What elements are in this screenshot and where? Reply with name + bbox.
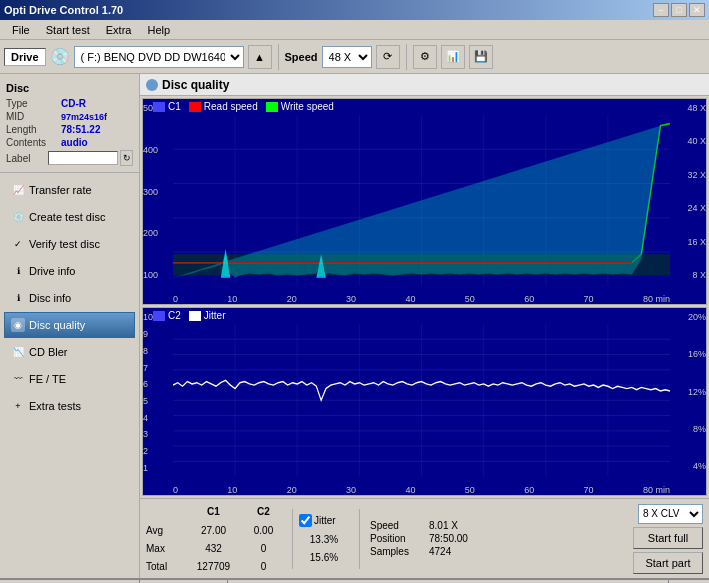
sidebar-item-disc-quality[interactable]: ◉ Disc quality [4,312,135,338]
close-button[interactable]: ✕ [689,3,705,17]
y-right-8x: 8 X [670,270,706,280]
menubar: File Start test Extra Help [0,20,709,40]
start-part-button[interactable]: Start part [633,552,703,574]
drive-label: Drive [4,48,46,66]
stats-max-row: Max 432 0 [146,540,286,557]
chart2-x-axis: 0 10 20 30 40 50 60 70 80 min [173,477,670,495]
menu-start-test[interactable]: Start test [38,22,98,38]
disc-label-refresh-button[interactable]: ↻ [120,150,133,166]
legend-write-speed-label: Write speed [281,101,334,112]
titlebar-controls: − □ ✕ [653,3,705,17]
sidebar-item-fe-te[interactable]: 〰 FE / TE [4,366,135,392]
sidebar-item-cd-bler[interactable]: 📉 CD Bler [4,339,135,365]
drive-icon: 💿 [50,47,70,66]
drive-select[interactable]: ( F:) BENQ DVD DD DW1640 BSRB [74,46,244,68]
toolbar: Drive 💿 ( F:) BENQ DVD DD DW1640 BSRB ▲ … [0,40,709,74]
content-title: Disc quality [162,78,229,92]
jitter-checkbox[interactable] [299,514,312,527]
legend-c1-label: C1 [168,101,181,112]
menu-extra[interactable]: Extra [98,22,140,38]
toolbar-save-button[interactable]: 💾 [469,45,493,69]
maximize-button[interactable]: □ [671,3,687,17]
sidebar-item-verify-test-disc-label: Verify test disc [29,238,100,250]
legend-c2: C2 [153,310,181,321]
sidebar-item-drive-info[interactable]: ℹ Drive info [4,258,135,284]
sidebar-item-disc-info[interactable]: ℹ Disc info [4,285,135,311]
sidebar-item-transfer-rate-label: Transfer rate [29,184,92,196]
total-label: Total [146,561,186,572]
jitter-avg-row: 13.3% [299,531,349,548]
right-controls: 8 X CLV 16 X CLV 48 X Start full Start p… [633,504,703,574]
legend-jitter: Jitter [189,310,226,321]
legend-jitter-label: Jitter [204,310,226,321]
create-test-disc-icon: 💿 [11,210,25,224]
jitter-header-row: Jitter [299,512,349,530]
stats-divider1 [292,509,293,569]
drive-info-icon: ℹ [11,264,25,278]
position-value: 78:50.00 [429,533,468,544]
speed-value: 8.01 X [429,520,458,531]
chart1-x-axis: 0 10 20 30 40 50 60 70 80 min [173,286,670,304]
transfer-rate-icon: 📈 [11,183,25,197]
stats-avg-row: Avg 27.00 0.00 [146,522,286,539]
speed-pos-samples: Speed 8.01 X Position 78:50.00 Samples 4… [370,520,468,557]
y-label-300: 300 [143,187,173,197]
disc-length-value: 78:51.22 [61,124,100,135]
window-title: Opti Drive Control 1.70 [4,4,123,16]
jitter-label: Jitter [314,515,336,526]
disc-contents-row: Contents audio [6,137,133,148]
sidebar-item-transfer-rate[interactable]: 📈 Transfer rate [4,177,135,203]
sidebar-item-extra-tests-label: Extra tests [29,400,81,412]
chart2-svg [173,324,670,477]
max-c1-value: 432 [186,543,241,554]
disc-info-icon: ℹ [11,291,25,305]
speed-clv-select[interactable]: 8 X CLV 16 X CLV 48 X [638,504,703,524]
position-row: Position 78:50.00 [370,533,468,544]
fe-te-icon: 〰 [11,372,25,386]
minimize-button[interactable]: − [653,3,669,17]
legend-read-speed: Read speed [189,101,258,112]
disc-panel: Disc Type CD-R MID 97m24s16f Length 78:5… [0,78,139,173]
extra-tests-icon: + [11,399,25,413]
disc-type-value: CD-R [61,98,86,109]
samples-row: Samples 4724 [370,546,468,557]
sidebar-item-verify-test-disc[interactable]: ✓ Verify test disc [4,231,135,257]
charts-wrapper: C1 Read speed Write speed 500 400 300 [140,96,709,498]
sidebar-item-drive-info-label: Drive info [29,265,75,277]
sidebar-item-create-test-disc[interactable]: 💿 Create test disc [4,204,135,230]
speed-row: Speed 8.01 X [370,520,468,531]
sidebar-item-disc-info-label: Disc info [29,292,71,304]
chart1-y-axis-right: 48 X 40 X 32 X 24 X 16 X 8 X [670,99,706,284]
toolbar-settings-button[interactable]: ⚙ [413,45,437,69]
samples-label: Samples [370,546,425,557]
menu-help[interactable]: Help [139,22,178,38]
disc-contents-label: Contents [6,137,61,148]
disc-contents-value: audio [61,137,88,148]
y-right-16x: 16 X [670,237,706,247]
chart2-y-axis-right: 20% 16% 12% 8% 4% [670,308,706,475]
max-label: Max [146,543,186,554]
disc-mid-row: MID 97m24s16f [6,111,133,122]
speed-select[interactable]: 48 X [322,46,372,68]
sidebar-item-fe-te-label: FE / TE [29,373,66,385]
disc-quality-icon: ◉ [11,318,25,332]
start-full-button[interactable]: Start full [633,527,703,549]
menu-file[interactable]: File [4,22,38,38]
sidebar-item-extra-tests[interactable]: + Extra tests [4,393,135,419]
sidebar-item-disc-quality-label: Disc quality [29,319,85,331]
max-c2-value: 0 [241,543,286,554]
y-label-200: 200 [143,228,173,238]
col-c2-header: C2 [241,506,286,517]
disc-label-input[interactable] [48,151,118,165]
toolbar-eject-button[interactable]: ▲ [248,45,272,69]
stats-bar: C1 C2 Avg 27.00 0.00 Max 432 0 Total 127… [140,498,709,578]
jitter-avg-value: 13.3% [299,534,349,545]
toolbar-refresh-button[interactable]: ⟳ [376,45,400,69]
chart1-legend: C1 Read speed Write speed [153,101,334,112]
y-right-48x: 48 X [670,103,706,113]
legend-c1: C1 [153,101,181,112]
chart1-svg [173,115,670,286]
toolbar-graph-button[interactable]: 📊 [441,45,465,69]
sidebar-item-create-test-disc-label: Create test disc [29,211,105,223]
disc-quality-header-icon [146,79,158,91]
